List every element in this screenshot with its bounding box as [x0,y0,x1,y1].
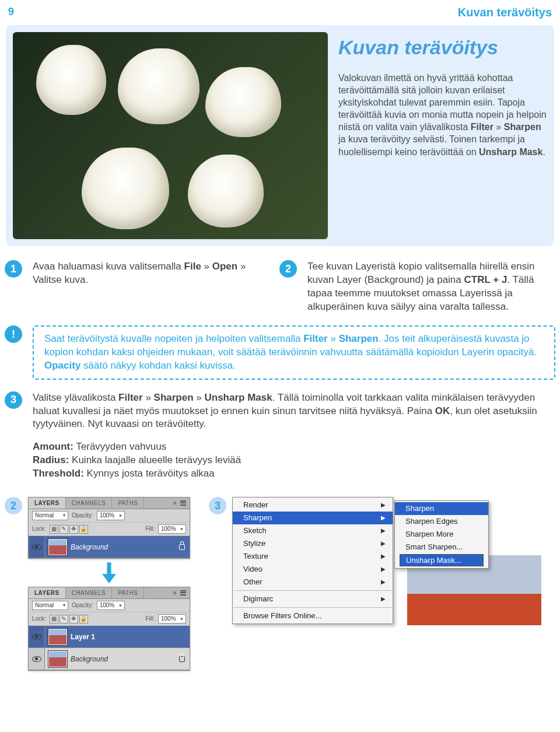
step-2-text: Tee kuvan Layeristä kopio valitsemalla h… [307,260,555,314]
menu-item-browse-filters[interactable]: Browse Filters Online... [233,610,393,622]
layer-name-label: Background [71,542,108,552]
fill-field[interactable]: 100%▸ [158,614,186,624]
tab-paths[interactable]: PATHS [112,587,144,598]
lock-pixels-icon[interactable]: ✎ [60,525,68,534]
layer-thumb [48,539,67,555]
opacity-field[interactable]: 100%▸ [97,511,125,520]
menu-separator [233,590,392,591]
tip-box: Saat terävöitystä kuvalle nopeiten ja he… [33,325,555,380]
menu-item-sharpen[interactable]: Sharpen▶ [233,512,393,524]
hero-body: Valokuvan ilmettä on hyvä yrittää kohott… [338,72,547,158]
submenu-sharpen[interactable]: Sharpen [395,502,488,515]
submenu-sharpen-more[interactable]: Sharpen More [395,528,488,541]
menu-item-sketch[interactable]: Sketch▶ [233,524,393,537]
step-3-text: Valitse ylävalikosta Filter » Sharpen » … [33,391,555,432]
lock-label: Lock: [32,525,46,533]
visibility-eye-icon[interactable] [29,648,45,670]
fig-marker-2: 2 [5,497,22,514]
menu-item-digimarc[interactable]: Digimarc▶ [233,593,393,605]
tip-row: ! Saat terävöitystä kuvalle nopeiten ja … [5,325,555,380]
lock-label: Lock: [32,615,46,623]
hero-title: Kuvan terävöitys [338,34,547,61]
step-3-props: Amount: Terävyyden vahvuusRadius: Kuinka… [33,440,555,481]
arrow-down-icon [102,562,116,583]
page-title: Kuvan terävöitys [458,5,552,20]
hero-box: Kuvan terävöitys Valokuvan ilmettä on hy… [6,25,554,246]
step-3-body: Valitse ylävalikosta Filter » Sharpen » … [33,391,555,481]
fill-label: Fill: [145,615,155,623]
lock-position-icon[interactable]: ✥ [69,615,78,624]
layer-name-label: Layer 1 [71,632,95,642]
fig-marker-3: 3 [209,497,226,514]
menu-item-render[interactable]: Render▶ [233,499,393,512]
fill-label: Fill: [145,525,155,533]
opacity-label: Opacity: [72,601,93,610]
filter-menu: Render▶ Sharpen▶ Sketch▶ Stylize▶ Textur… [232,497,393,624]
lock-transparent-icon[interactable]: ▦ [50,525,58,534]
tab-layers[interactable]: LAYERS [29,587,66,598]
layer-background[interactable]: Background [29,536,190,558]
panel-menu-icon[interactable] [178,589,188,596]
menu-item-stylize[interactable]: Stylize▶ [233,537,393,550]
layer-background[interactable]: Background [29,648,190,670]
menu-item-texture[interactable]: Texture▶ [233,550,393,563]
tab-channels[interactable]: CHANNELS [66,587,112,598]
layers-panel-before: LAYERS CHANNELS PATHS × Normal▾ Opacity:… [28,497,190,559]
tab-paths[interactable]: PATHS [112,498,144,509]
lock-transparent-icon[interactable]: ▦ [50,615,58,624]
step-marker-2: 2 [279,260,297,278]
step-marker-3: 3 [5,391,22,409]
layers-panel-after: LAYERS CHANNELS PATHS × Normal▾ Opacity:… [28,587,190,671]
menu-item-video[interactable]: Video▶ [233,563,393,576]
layers-panels: LAYERS CHANNELS PATHS × Normal▾ Opacity:… [28,497,190,671]
hero-image [13,32,328,239]
menu-separator [233,607,392,608]
blend-mode-select[interactable]: Normal▾ [32,601,68,610]
lock-pixels-icon[interactable]: ✎ [60,615,68,624]
tab-channels[interactable]: CHANNELS [66,498,112,509]
lock-all-icon[interactable]: 🔒 [79,615,88,624]
fill-field[interactable]: 100%▸ [158,524,186,534]
opacity-label: Opacity: [72,512,93,520]
layer-name-label: Background [71,654,108,664]
submenu-unsharp-mask[interactable]: Unsharp Mask... [400,554,484,566]
page-header: 9 Kuvan terävöitys [5,0,555,23]
lock-all-icon[interactable]: 🔒 [79,525,88,534]
sharpen-submenu: Sharpen Sharpen Edges Sharpen More Smart… [394,500,489,569]
panel-close-icon[interactable]: × [173,499,177,508]
step-marker-1: 1 [5,260,22,278]
tab-layers[interactable]: LAYERS [29,498,66,509]
submenu-sharpen-edges[interactable]: Sharpen Edges [395,515,488,528]
steps-1-2: 1 Avaa haluamasi kuva valitsemalla File … [5,260,555,314]
tip-marker: ! [5,325,22,343]
bottom-screenshots: 2 LAYERS CHANNELS PATHS × Normal▾ Opacit… [5,497,555,671]
panel-menu-icon[interactable] [178,499,188,506]
panel-close-icon[interactable]: × [173,589,177,598]
step-3-row: 3 Valitse ylävalikosta Filter » Sharpen … [5,391,555,481]
layer-thumb [48,651,67,667]
layer-layer1[interactable]: Layer 1 [29,626,190,648]
layer-lock-icon [179,544,185,550]
blend-mode-select[interactable]: Normal▾ [32,511,68,520]
visibility-eye-icon[interactable] [29,626,45,647]
menu-item-other[interactable]: Other▶ [233,576,393,589]
layer-thumb [48,629,67,645]
lock-position-icon[interactable]: ✥ [69,525,78,534]
visibility-eye-icon[interactable] [29,536,45,558]
opacity-field[interactable]: 100%▸ [97,601,125,610]
layer-lock-icon [179,656,185,662]
page-number: 9 [8,5,14,20]
submenu-smart-sharpen[interactable]: Smart Sharpen... [395,541,488,554]
step-1-text: Avaa haluamasi kuva valitsemalla File » … [33,260,269,287]
